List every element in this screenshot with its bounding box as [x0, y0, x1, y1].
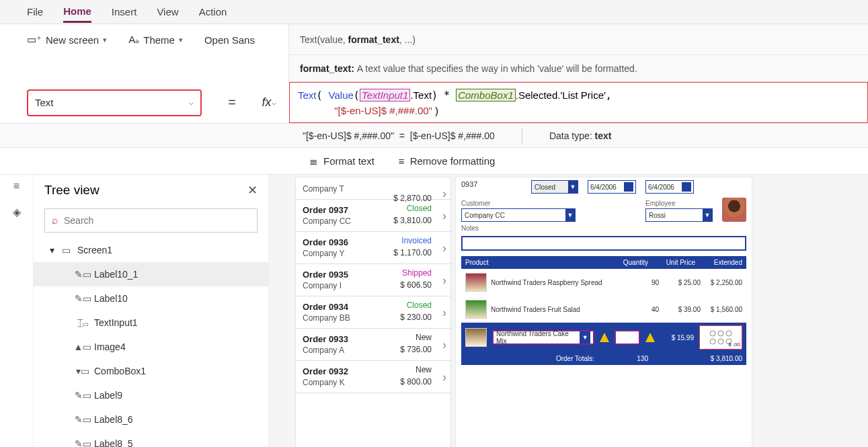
notes-input[interactable] [461, 236, 746, 251]
chevron-right-icon: › [442, 187, 446, 201]
fx-button[interactable]: fx ⌵ [249, 82, 289, 123]
data-type: text [595, 130, 612, 141]
menubar: File Home Insert View Action [0, 0, 868, 24]
tree-item[interactable]: ⌶▭TextInput1 [34, 311, 268, 335]
product-image [465, 273, 487, 292]
chevron-right-icon: › [442, 306, 446, 320]
order-item[interactable]: Order 0937Company CCClosed$ 3,810.00› [296, 200, 450, 232]
tree-item[interactable]: ✎▭Label9 [34, 383, 268, 407]
format-text-button[interactable]: ≣ Format text [309, 155, 374, 167]
tree-item[interactable]: ▾▭ComboBox1 [34, 359, 268, 383]
order-item[interactable]: Order 0935Company IShipped$ 606.50› [296, 264, 450, 296]
theme-button[interactable]: Aₐ Theme ▾ [128, 34, 183, 46]
calendar-icon [682, 182, 691, 192]
order-item[interactable]: Company T$ 2,870.00› [296, 177, 450, 200]
expand-icon[interactable]: ▾ [50, 245, 54, 255]
tree-item[interactable]: ✎▭Label10 [34, 286, 268, 311]
chevron-down-icon: ▾ [179, 36, 183, 44]
label-icon: ✎▭ [77, 294, 89, 303]
font-button[interactable]: Open Sans [204, 34, 255, 46]
chevron-down-icon: ⌵ [189, 98, 194, 107]
svg-point-3 [710, 339, 715, 344]
order-detail-form: 0937 Closed▼ 6/4/2006 6/4/2006 CustomerC… [456, 177, 752, 447]
order-no: 0937 [461, 180, 522, 188]
tree-view-panel: Tree view ✕ ⌕ ▾ ▭ Screen1 ✎▭Label10_1✎▭L… [34, 175, 269, 447]
screen-icon: ▭⁺ [27, 34, 42, 46]
avatar [722, 198, 746, 222]
tree-item-label: Label10 [94, 293, 128, 304]
chevron-right-icon: › [442, 209, 446, 223]
property-value: Text [35, 97, 54, 108]
label-icon: ✎▭ [77, 415, 89, 424]
edit-row: Northwind Traders Cake Mix▼ $ 15.99 $ .0… [461, 323, 746, 352]
menu-home[interactable]: Home [63, 1, 91, 23]
hamburger-icon[interactable]: ≡ [13, 180, 19, 192]
svg-point-4 [718, 339, 723, 344]
combobox-icon: ▾▭ [77, 366, 89, 376]
formula-input[interactable]: Text( Value(TextInput1.Text) * ComboBox1… [289, 82, 868, 123]
svg-point-2 [726, 331, 732, 336]
order-item[interactable]: Order 0936Company YInvoiced$ 1,170.00› [296, 232, 450, 264]
tree-item-label: Image4 [94, 341, 126, 352]
order-item[interactable]: Order 0933Company ANew$ 736.00› [296, 329, 450, 361]
tree: ▾ ▭ Screen1 ✎▭Label10_1✎▭Label10⌶▭TextIn… [34, 238, 268, 447]
value-fn: Value [329, 89, 354, 101]
screen-label: Screen1 [77, 245, 112, 255]
status-dropdown[interactable]: Closed▼ [531, 180, 578, 194]
employee-dropdown[interactable]: Rossi▼ [645, 208, 713, 222]
svg-point-1 [718, 331, 723, 336]
unit-price-label: $ 15.99 [660, 334, 694, 341]
search-input[interactable] [64, 215, 250, 226]
menu-view[interactable]: View [157, 2, 178, 22]
tree-item[interactable]: ✎▭Label8_6 [34, 407, 268, 432]
grid-row: Northwind Traders Fruit Salad40$ 39.00$ … [461, 296, 746, 323]
ref-textinput: TextInput1 [360, 89, 411, 101]
eval-lhs: "[$-en-US]$ #,###.00" [303, 130, 394, 141]
tree-item-label: Label10_1 [94, 269, 138, 280]
tree-item-label: ComboBox1 [94, 366, 146, 376]
order-item[interactable]: Order 0934Company BBClosed$ 230.00› [296, 296, 450, 329]
tree-item-label: Label8_5 [94, 438, 133, 447]
customer-dropdown[interactable]: Company CC▼ [461, 208, 576, 222]
equals-sign: = [215, 82, 249, 123]
menu-file[interactable]: File [27, 2, 43, 22]
product-combobox[interactable]: Northwind Traders Cake Mix▼ [492, 330, 594, 345]
chevron-right-icon: › [442, 338, 446, 352]
textinput-icon: ⌶▭ [77, 318, 89, 327]
screen-icon: ▭ [60, 245, 72, 255]
tree-item[interactable]: ✎▭Label8_5 [34, 432, 268, 447]
tree-screen-row[interactable]: ▾ ▭ Screen1 [34, 238, 268, 262]
order-item[interactable]: Order 0932Company KNew$ 800.00› [296, 361, 450, 393]
close-icon[interactable]: ✕ [247, 183, 258, 198]
tree-item[interactable]: ▲▭Image4 [34, 335, 268, 359]
remove-formatting-button[interactable]: ≡ Remove formatting [399, 155, 495, 167]
home-toolbar: ▭⁺ New screen ▾ Aₐ Theme ▾ Open Sans [0, 24, 289, 55]
product-image [465, 328, 487, 347]
fn-name: Text [298, 89, 317, 101]
tree-item[interactable]: ✎▭Label10_1 [34, 262, 268, 286]
property-selector[interactable]: Text ⌵ [27, 89, 202, 116]
new-screen-button[interactable]: ▭⁺ New screen ▾ [27, 34, 107, 46]
chevron-right-icon: › [442, 370, 446, 384]
format-actions: ≣ Format text ≡ Remove formatting [0, 148, 868, 175]
tree-search[interactable]: ⌕ [44, 208, 258, 233]
menu-action[interactable]: Action [199, 2, 227, 22]
theme-icon: Aₐ [128, 34, 139, 46]
orders-gallery[interactable]: Company T$ 2,870.00›Order 0937Company CC… [296, 177, 450, 447]
totals-row: Order Totals: 130 $ 3,810.00 [461, 352, 746, 365]
ref-combobox: ComboBox1 [456, 89, 516, 101]
param-help: format_text: A text value that specifies… [289, 55, 868, 82]
signature-tooltip: Text(value, format_text, ...) [289, 24, 868, 55]
grid-header: Product Quantity Unit Price Extended [461, 256, 746, 269]
label-icon: ✎▭ [77, 270, 89, 279]
layers-icon[interactable]: ◈ [13, 206, 21, 218]
date2-picker[interactable]: 6/4/2006 [645, 180, 694, 194]
tree-item-label: TextInput1 [94, 317, 138, 328]
date1-picker[interactable]: 6/4/2006 [588, 180, 636, 194]
param-name: format_text: [300, 63, 354, 74]
format-icon: ≣ [309, 155, 318, 167]
qty-input[interactable] [615, 330, 640, 345]
canvas[interactable]: Company T$ 2,870.00›Order 0937Company CC… [269, 175, 868, 447]
param-desc: A text value that specifies the way in w… [357, 63, 637, 74]
menu-insert[interactable]: Insert [112, 2, 137, 22]
